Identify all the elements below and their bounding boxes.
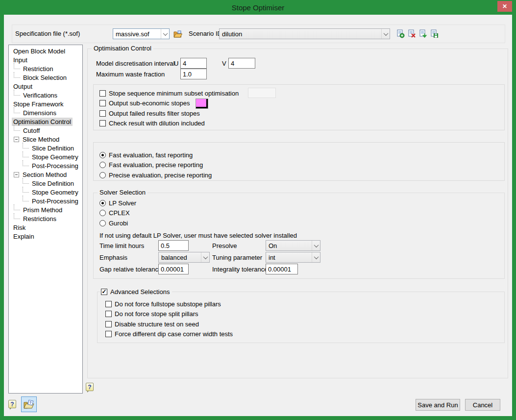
solver-cplex[interactable]: CPLEX: [99, 208, 504, 219]
gap-tolerance-input[interactable]: [158, 264, 189, 274]
save-scenario-icon[interactable]: [430, 29, 439, 38]
tree-item-label: Restriction: [22, 65, 54, 73]
tree-connector: [14, 213, 20, 219]
tree-item-label: Verifications: [22, 91, 59, 99]
u-input[interactable]: [180, 58, 207, 69]
emphasis-label: Emphasis: [99, 252, 127, 263]
help-bubble-icon[interactable]: ?: [8, 400, 16, 408]
tree-item-open-block-model-0[interactable]: Open Block Model: [9, 47, 82, 55]
tree-item-restrictions-19[interactable]: Restrictions: [9, 214, 82, 223]
option-check-result-with-dilution-included[interactable]: Check result with dilution included: [99, 119, 504, 129]
tree-item-cutoff-9[interactable]: Cutoff: [9, 126, 82, 135]
radio-icon[interactable]: [99, 152, 106, 158]
checkbox-icon[interactable]: [99, 90, 106, 97]
advanced-do-not-force-stope-split-pillars[interactable]: Do not force stope split pillars: [105, 309, 504, 320]
option-output-failed-results-filter-stopes[interactable]: Output failed results filter stopes: [99, 108, 504, 119]
evaluation-fast-evaluation-precise-reporting[interactable]: Fast evaluation, precise reporting: [99, 160, 504, 171]
advanced-do-not-force-fullstope-substope-pillars[interactable]: Do not force fullstope substope pillars: [105, 299, 504, 309]
tree-item-stope-geometry-12[interactable]: Stope Geometry: [9, 152, 82, 161]
checkbox-icon[interactable]: [99, 100, 106, 106]
tree-item-risk-20[interactable]: Risk: [9, 223, 82, 232]
scenario-id-select[interactable]: dilution: [219, 28, 390, 39]
close-icon[interactable]: ✕: [497, 1, 512, 12]
window-title: Stope Optimiser: [232, 3, 285, 12]
tree-item-label: Stope Framework: [12, 100, 65, 108]
radio-icon[interactable]: [99, 220, 106, 226]
advanced-selections-checkbox[interactable]: ✓ Advanced Selections: [100, 287, 172, 296]
collapse-icon[interactable]: [14, 172, 19, 177]
tree-item-label: Section Method: [21, 171, 68, 179]
tree-connector: [23, 196, 29, 201]
chevron-down-icon[interactable]: [312, 241, 320, 250]
import-scenario-icon[interactable]: [418, 29, 427, 38]
svg-text:?: ?: [29, 401, 31, 404]
save-and-run-button[interactable]: Save and Run: [416, 399, 460, 411]
tree-item-stope-geometry-16[interactable]: Stope Geometry: [9, 188, 82, 197]
radio-icon[interactable]: [99, 200, 106, 206]
checkbox-icon[interactable]: [105, 301, 112, 307]
advanced-disable-structure-test-on-seed[interactable]: Disable structure test on seed: [105, 319, 504, 329]
cancel-button[interactable]: Cancel: [465, 399, 500, 411]
tree-item-label: Block Selection: [22, 74, 68, 82]
tree-item-label: Post-Processing: [30, 162, 80, 170]
v-input[interactable]: [228, 58, 255, 69]
chevron-down-icon[interactable]: [201, 252, 209, 262]
radio-icon[interactable]: [99, 162, 106, 168]
checkbox-icon[interactable]: [99, 110, 106, 117]
tree-connector: [23, 151, 29, 157]
radio-label: LP Solver: [109, 199, 136, 207]
checkbox-label: Output failed results filter stopes: [109, 110, 200, 117]
open-folder-icon[interactable]: [173, 29, 182, 38]
time-limit-input[interactable]: [158, 240, 189, 251]
tree-item-dimensions-7[interactable]: Dimensions: [9, 108, 82, 117]
delete-scenario-icon[interactable]: [407, 29, 416, 38]
emphasis-select[interactable]: balanced: [158, 252, 210, 263]
checkbox-icon[interactable]: [99, 120, 106, 126]
checkbox-icon[interactable]: [105, 311, 112, 317]
tree-connector: [14, 90, 20, 96]
collapse-icon[interactable]: [14, 137, 19, 142]
tree-connector: [14, 72, 20, 78]
chevron-down-icon[interactable]: [161, 29, 169, 39]
tree-item-explain-21[interactable]: Explain: [9, 232, 82, 241]
checkbox-icon[interactable]: [105, 331, 112, 337]
chevron-down-icon[interactable]: [381, 29, 390, 39]
advanced-force-different-dip-case-corner-width-tests[interactable]: Force different dip case corner width te…: [105, 329, 504, 340]
u-label: U: [174, 58, 178, 69]
evaluation-precise-evaluation-precise-reporting[interactable]: Precise evaluation, precise reporting: [99, 170, 504, 180]
sub-economic-color-swatch[interactable]: [196, 99, 208, 109]
title-bar[interactable]: Stope Optimiser ✕: [0, 0, 516, 15]
tree-item-slice-method-10[interactable]: Slice Method: [9, 135, 82, 144]
presolve-select[interactable]: On: [266, 240, 320, 251]
solver-gurobi[interactable]: Gurobi: [99, 218, 504, 228]
spec-file-select[interactable]: massive.sof: [113, 28, 170, 39]
tree-connector: [23, 160, 29, 166]
tree-item-verifications-5[interactable]: Verifications: [9, 91, 82, 99]
checkbox-icon[interactable]: [105, 321, 112, 327]
checkbox-icon[interactable]: ✓: [101, 289, 107, 295]
dialog-client-area: Specification file (*.sof) massive.sof S…: [4, 15, 512, 416]
solver-lp-solver[interactable]: LP Solver: [99, 198, 504, 208]
subset-extra-input: [248, 88, 276, 98]
tree-item-post-processing-13[interactable]: Post-Processing: [9, 161, 82, 170]
tree-item-block-selection-3[interactable]: Block Selection: [9, 73, 82, 82]
evaluation-fast-evaluation-fast-reporting[interactable]: Fast evaluation, fast reporting: [99, 150, 504, 160]
stope-optimiser-window: Stope Optimiser ✕ Specification file (*.…: [0, 0, 516, 420]
radio-icon[interactable]: [99, 172, 106, 178]
waste-fraction-input[interactable]: [180, 69, 207, 79]
option-stope-sequence-minimum-subset-optimisation[interactable]: Stope sequence minimum subset optimisati…: [99, 88, 504, 99]
option-output-sub-economic-stopes[interactable]: Output sub-economic stopes: [99, 99, 504, 109]
new-scenario-icon[interactable]: [396, 29, 405, 38]
tree-connector: [23, 187, 29, 193]
help-bubble-icon[interactable]: ?: [86, 383, 94, 391]
tree-item-slice-definition-11[interactable]: Slice Definition: [9, 144, 82, 152]
help-folder-icon[interactable]: ?: [21, 396, 37, 412]
radio-icon[interactable]: [99, 210, 106, 216]
tree-connector: [14, 107, 20, 113]
tuning-parameter-select[interactable]: int: [266, 252, 320, 263]
chevron-down-icon[interactable]: [312, 252, 320, 262]
integrality-tolerance-input[interactable]: [266, 264, 298, 274]
tree-item-slice-definition-15[interactable]: Slice Definition: [9, 179, 82, 188]
tree-item-section-method-14[interactable]: Section Method: [9, 170, 82, 179]
tree-panel: Open Block ModelInputRestrictionBlock Se…: [8, 45, 83, 394]
